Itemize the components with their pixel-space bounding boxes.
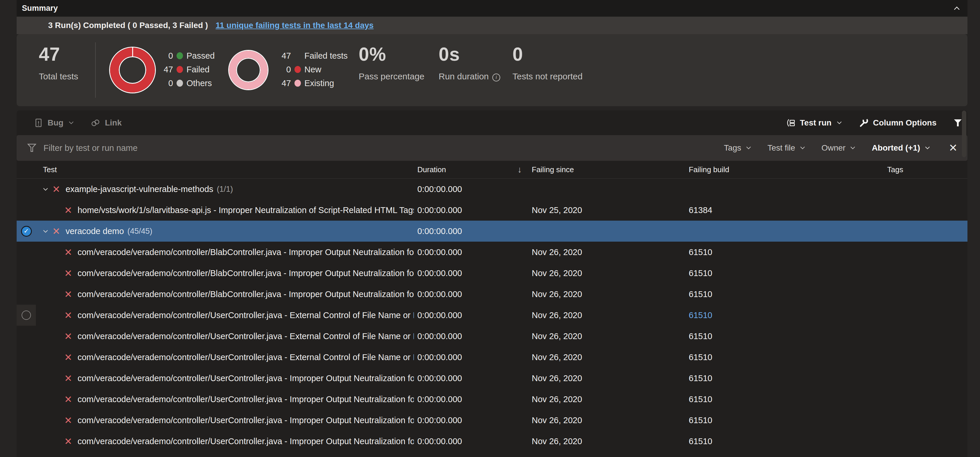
failing-build-link[interactable]: 61510 <box>689 395 713 404</box>
table-row[interactable]: ✓ ✕ com/veracode/verademo/controller/Use… <box>17 389 967 410</box>
row-test-cell: ✕ com/veracode/verademo/controller/BlabC… <box>36 247 417 257</box>
table-row[interactable]: ✓ ✕ com/veracode/verademo/controller/Bla… <box>17 283 967 305</box>
failing-since-cell: Nov 25, 2020 <box>532 205 689 215</box>
tags-filter-dropdown[interactable]: Tags <box>724 143 751 153</box>
test-name: com/veracode/verademo/controller/UserCon… <box>78 331 414 341</box>
row-select-gutter[interactable]: ✓ <box>17 221 36 242</box>
row-select-gutter[interactable]: ✓ <box>17 305 36 326</box>
table-row[interactable]: ✓ ✕ com/veracode/verademo/controller/Use… <box>17 326 967 347</box>
failed-donut-ring <box>229 51 267 89</box>
chevron-down-icon[interactable] <box>43 187 48 191</box>
test-name: com/veracode/verademo/controller/UserCon… <box>78 352 414 362</box>
failing-build-cell: 61510 <box>689 247 887 257</box>
test-name: veracode demo <box>66 226 124 236</box>
test-name: com/veracode/verademo/controller/BlabCon… <box>78 247 414 257</box>
chevron-down-icon <box>925 146 930 150</box>
info-icon[interactable]: i <box>492 73 500 81</box>
owner-filter-dropdown[interactable]: Owner <box>821 143 855 153</box>
failing-build-link[interactable]: 61510 <box>689 247 713 257</box>
column-header-duration[interactable]: Duration ↓ <box>417 165 532 175</box>
failing-build-link[interactable]: 61510 <box>689 290 713 299</box>
column-header-failing-build[interactable]: Failing build <box>689 165 887 174</box>
header-gutter <box>17 161 36 178</box>
duration-cell: 0:00:00.000 <box>417 247 532 257</box>
row-select-gutter[interactable]: ✓ <box>17 410 36 431</box>
failing-build-cell: 61510 <box>689 395 887 404</box>
table-row[interactable]: ✓ ✕ home/vsts/work/1/s/larvitbase-api.js… <box>17 200 967 221</box>
failing-build-link[interactable]: 61510 <box>689 311 713 320</box>
test-name: home/vsts/work/1/s/larvitbase-api.js - I… <box>78 205 414 215</box>
runs-completed-banner: 3 Run(s) Completed ( 0 Passed, 3 Failed … <box>17 17 967 34</box>
passed-count: 0 <box>154 51 173 61</box>
bug-button[interactable]: Bug <box>33 118 74 128</box>
failing-build-link[interactable]: 61384 <box>689 205 713 215</box>
test-file-filter-dropdown[interactable]: Test file <box>768 143 805 153</box>
filter-input[interactable] <box>43 143 708 153</box>
failing-build-link[interactable]: 61510 <box>689 331 713 341</box>
duration-cell: 0:00:00.000 <box>417 290 532 299</box>
row-select-gutter[interactable]: ✓ <box>17 326 36 347</box>
row-select-gutter[interactable]: ✓ <box>17 242 36 263</box>
row-select-gutter[interactable]: ✓ <box>17 347 36 368</box>
failing-build-link[interactable]: 61510 <box>689 416 713 425</box>
column-options-button[interactable]: Column Options <box>858 118 937 128</box>
table-row[interactable]: ✓ ✕ veracode demo (45/45) 0:00:00.000 <box>17 221 967 242</box>
failed-x-icon: ✕ <box>64 436 72 446</box>
pass-percentage-label: Pass percentage <box>359 72 424 81</box>
row-select-gutter[interactable]: ✓ <box>17 178 36 200</box>
row-select-gutter[interactable]: ✓ <box>17 368 36 389</box>
table-row[interactable]: ✓ ✕ com/veracode/verademo/controller/Use… <box>17 431 967 452</box>
runs-completed-text: 3 Run(s) Completed ( 0 Passed, 3 Failed … <box>48 21 208 30</box>
failing-since-cell: Nov 26, 2020 <box>532 311 689 320</box>
chevron-up-icon <box>954 6 960 10</box>
failing-build-link[interactable]: 61510 <box>689 269 713 278</box>
close-filter-button[interactable]: ✕ <box>949 143 958 153</box>
row-select-gutter[interactable]: ✓ <box>17 389 36 410</box>
new-count: 0 <box>272 65 291 75</box>
wrench-icon <box>858 118 869 128</box>
test-name: com/veracode/verademo/controller/UserCon… <box>78 416 414 425</box>
command-bar: Bug Link <box>17 110 967 135</box>
duration-header-label: Duration <box>417 165 446 174</box>
collapse-section-button[interactable] <box>954 6 960 10</box>
checked-circle-icon[interactable]: ✓ <box>21 226 32 237</box>
table-row[interactable]: ✓ ✕ com/veracode/verademo/controller/Bla… <box>17 242 967 263</box>
failed-x-icon: ✕ <box>64 311 72 320</box>
failing-build-link[interactable]: 61510 <box>689 374 713 383</box>
row-select-gutter[interactable]: ✓ <box>17 200 36 221</box>
passed-dot-icon <box>177 52 183 59</box>
failing-since-cell: Nov 26, 2020 <box>532 290 689 299</box>
failed-x-icon: ✕ <box>64 247 72 257</box>
column-header-test[interactable]: Test <box>36 165 417 174</box>
table-row[interactable]: ✓ ✕ com/veracode/verademo/controller/Use… <box>17 368 967 389</box>
test-file-filter-label: Test file <box>768 143 795 153</box>
column-options-label: Column Options <box>873 118 937 127</box>
bug-document-icon <box>33 118 43 128</box>
table-row[interactable]: ✓ ✕ com/veracode/verademo/controller/Use… <box>17 305 967 326</box>
failed-x-icon: ✕ <box>64 374 72 383</box>
page: Summary 3 Run(s) Completed ( 0 Passed, 3… <box>0 0 980 457</box>
failing-build-link[interactable]: 61510 <box>689 352 713 362</box>
row-select-gutter[interactable]: ✓ <box>17 283 36 305</box>
table-row[interactable]: ✓ ✕ com/veracode/verademo/controller/Use… <box>17 410 967 431</box>
chevron-down-icon[interactable] <box>43 229 48 233</box>
row-select-gutter[interactable]: ✓ <box>17 431 36 452</box>
row-select-gutter[interactable]: ✓ <box>17 263 36 283</box>
unchecked-circle-icon[interactable] <box>22 311 31 320</box>
failed-x-icon: ✕ <box>64 352 72 362</box>
toggle-filter-button[interactable] <box>953 118 963 127</box>
row-test-cell: ✕ example-javascript-vulnerable-methods … <box>36 185 417 194</box>
table-row[interactable]: ✓ ✕ com/veracode/verademo/controller/Bla… <box>17 263 967 283</box>
column-header-failing-since[interactable]: Failing since <box>532 165 689 174</box>
column-header-tags[interactable]: Tags <box>887 165 967 174</box>
vertical-scrollbar-thumb[interactable] <box>962 111 966 157</box>
table-row[interactable]: ✓ ✕ com/veracode/verademo/controller/Use… <box>17 347 967 368</box>
table-row[interactable]: ✓ ✕ example-javascript-vulnerable-method… <box>17 178 967 200</box>
unique-failing-tests-link[interactable]: 11 unique failing tests in the last 14 d… <box>216 21 374 30</box>
legend-row-new: 0 New <box>272 65 348 74</box>
failing-build-link[interactable]: 61510 <box>689 436 713 446</box>
outcome-filter-dropdown[interactable]: Aborted (+1) <box>872 143 930 153</box>
group-by-test-run-button[interactable]: Test run <box>786 118 842 128</box>
bug-label: Bug <box>48 118 63 127</box>
link-button[interactable]: Link <box>90 118 122 128</box>
